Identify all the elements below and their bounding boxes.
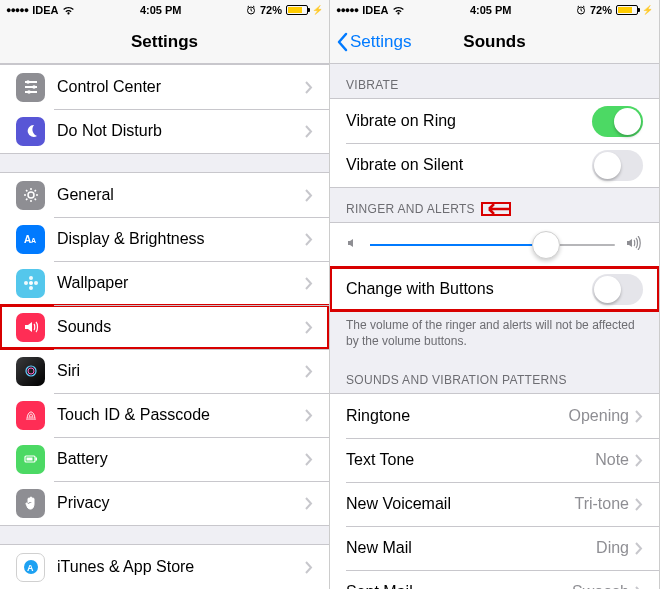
row-display[interactable]: AA Display & Brightness — [0, 217, 329, 261]
svg-rect-3 — [25, 91, 37, 93]
battery-pct: 72% — [590, 4, 612, 16]
ringer-header: RINGER AND ALERTS — [330, 188, 659, 222]
svg-point-4 — [26, 80, 30, 84]
label: Control Center — [57, 78, 305, 96]
row-newmail[interactable]: New Mail Ding — [330, 526, 659, 570]
sounds-content[interactable]: VIBRATE Vibrate on Ring Vibrate on Silen… — [330, 64, 659, 589]
toggle-vibrate-on-ring[interactable] — [592, 106, 643, 137]
volume-slider-row — [330, 223, 659, 267]
label: Wallpaper — [57, 274, 305, 292]
row-sounds[interactable]: Sounds — [0, 305, 329, 349]
row-do-not-disturb[interactable]: Do Not Disturb — [0, 109, 329, 153]
label: Battery — [57, 450, 305, 468]
battery-icon — [286, 5, 308, 15]
label: New Mail — [346, 539, 596, 557]
row-siri[interactable]: Siri — [0, 349, 329, 393]
nav-bar: Settings — [0, 20, 329, 64]
label: Display & Brightness — [57, 230, 305, 248]
wifi-icon — [392, 5, 405, 15]
svg-point-5 — [32, 85, 36, 89]
moon-icon — [22, 122, 40, 140]
patterns-header: SOUNDS AND VIBRATION PATTERNS — [330, 359, 659, 393]
row-control-center[interactable]: Control Center — [0, 65, 329, 109]
annotation-arrow-icon — [481, 202, 511, 216]
row-sentmail[interactable]: Sent Mail Swoosh — [330, 570, 659, 589]
flower-icon — [22, 274, 40, 292]
battery-icon — [22, 450, 40, 468]
fingerprint-icon — [22, 406, 40, 424]
toggle-vibrate-on-silent[interactable] — [592, 150, 643, 181]
label: General — [57, 186, 305, 204]
hand-icon — [22, 494, 40, 512]
settings-list[interactable]: Control Center Do Not Disturb General AA… — [0, 64, 329, 589]
row-change-with-buttons[interactable]: Change with Buttons — [330, 267, 659, 311]
row-vibrate-on-silent[interactable]: Vibrate on Silent — [330, 143, 659, 187]
label: Sounds — [57, 318, 305, 336]
chevron-left-icon — [336, 32, 348, 52]
sliders-icon — [22, 78, 40, 96]
detail: Ding — [596, 539, 629, 557]
label: Text Tone — [346, 451, 595, 469]
row-texttone[interactable]: Text Tone Note — [330, 438, 659, 482]
text-size-icon: AA — [22, 230, 40, 248]
battery-icon — [616, 5, 638, 15]
row-wallpaper[interactable]: Wallpaper — [0, 261, 329, 305]
alarm-icon — [246, 5, 256, 15]
carrier-label: IDEA — [362, 4, 388, 16]
status-bar: ●●●●● IDEA 4:05 PM 72% ⚡ — [0, 0, 329, 20]
chevron-right-icon — [305, 365, 313, 378]
row-itunes[interactable]: A iTunes & App Store — [0, 545, 329, 589]
svg-rect-18 — [35, 458, 37, 461]
chevron-right-icon — [305, 125, 313, 138]
ringer-footer: The volume of the ringer and alerts will… — [330, 312, 659, 359]
row-general[interactable]: General — [0, 173, 329, 217]
detail: Note — [595, 451, 629, 469]
alarm-icon — [576, 5, 586, 15]
svg-point-7 — [28, 192, 34, 198]
label: Vibrate on Silent — [346, 156, 592, 174]
toggle-change-with-buttons[interactable] — [592, 274, 643, 305]
status-time: 4:05 PM — [140, 4, 182, 16]
detail: Tri-tone — [574, 495, 629, 513]
row-vibrate-on-ring[interactable]: Vibrate on Ring — [330, 99, 659, 143]
carrier-label: IDEA — [32, 4, 58, 16]
label: Touch ID & Passcode — [57, 406, 305, 424]
back-button[interactable]: Settings — [336, 32, 411, 52]
row-touchid[interactable]: Touch ID & Passcode — [0, 393, 329, 437]
detail: Opening — [569, 407, 630, 425]
chevron-right-icon — [635, 410, 643, 423]
chevron-right-icon — [635, 542, 643, 555]
label: Sent Mail — [346, 583, 572, 589]
label: Siri — [57, 362, 305, 380]
charge-icon: ⚡ — [642, 5, 653, 15]
row-battery[interactable]: Battery — [0, 437, 329, 481]
sounds-pane: ●●●●● IDEA 4:05 PM 72% ⚡ Settings Sounds… — [330, 0, 660, 589]
svg-point-10 — [29, 281, 33, 285]
signal-dots-icon: ●●●●● — [6, 5, 28, 15]
svg-point-11 — [29, 276, 33, 280]
chevron-right-icon — [305, 321, 313, 334]
appstore-icon: A — [22, 558, 40, 576]
row-ringtone[interactable]: Ringtone Opening — [330, 394, 659, 438]
status-time: 4:05 PM — [470, 4, 512, 16]
chevron-right-icon — [635, 454, 643, 467]
siri-icon — [22, 362, 40, 380]
svg-point-12 — [29, 286, 33, 290]
nav-title: Sounds — [463, 32, 525, 52]
chevron-right-icon — [305, 561, 313, 574]
chevron-right-icon — [305, 277, 313, 290]
chevron-right-icon — [305, 453, 313, 466]
volume-slider[interactable] — [370, 244, 615, 246]
label: Vibrate on Ring — [346, 112, 592, 130]
svg-point-16 — [28, 368, 34, 374]
row-voicemail[interactable]: New Voicemail Tri-tone — [330, 482, 659, 526]
back-label: Settings — [350, 32, 411, 52]
row-privacy[interactable]: Privacy — [0, 481, 329, 525]
label: New Voicemail — [346, 495, 574, 513]
detail: Swoosh — [572, 583, 629, 589]
wifi-icon — [62, 5, 75, 15]
label: Ringtone — [346, 407, 569, 425]
slider-thumb[interactable] — [532, 231, 560, 259]
svg-rect-19 — [26, 458, 32, 461]
label: iTunes & App Store — [57, 558, 305, 576]
